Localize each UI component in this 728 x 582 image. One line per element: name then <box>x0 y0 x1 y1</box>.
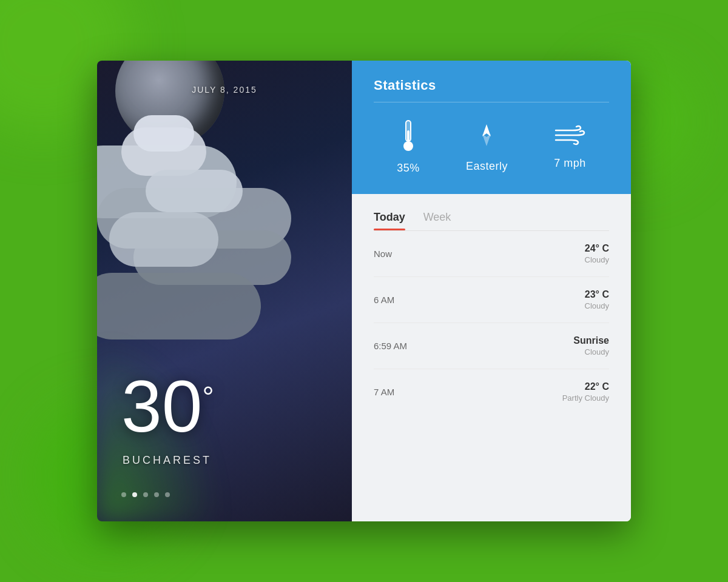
dot-4[interactable] <box>154 492 159 497</box>
wind-speed-stat: 7 mph <box>554 124 586 170</box>
tab-bar: Today Week <box>352 194 631 230</box>
svg-marker-4 <box>482 124 491 136</box>
temperature-display: 30° <box>121 370 214 443</box>
forecast-section: Today Week Now 24° C Cloudy 6 AM 23° <box>352 194 631 521</box>
stats-row: 35% Easterly <box>374 119 609 175</box>
forecast-list: Now 24° C Cloudy 6 AM 23° C Cloudy <box>352 231 631 415</box>
forecast-condition-6am: Cloudy <box>585 301 609 310</box>
forecast-right-6am: 23° C Cloudy <box>585 289 609 310</box>
forecast-right-7am: 22° C Partly Cloudy <box>562 381 609 403</box>
dot-3[interactable] <box>143 492 148 497</box>
forecast-row-sunrise: 6:59 AM Sunrise Cloudy <box>374 323 609 369</box>
forecast-condition-now: Cloudy <box>585 255 609 264</box>
left-panel: JULY 8, 2015 30° BUCHAREST <box>97 61 352 521</box>
cloud-puff <box>133 115 194 152</box>
wind-speed-value: 7 mph <box>554 157 586 170</box>
wind-direction-value: Easterly <box>466 160 508 173</box>
forecast-temp-sunrise: Sunrise <box>573 335 609 346</box>
cloud-inner-3 <box>109 212 218 267</box>
city-name: BUCHAREST <box>123 454 212 467</box>
thermometer-icon <box>397 119 419 153</box>
forecast-temp-7am: 22° C <box>562 381 609 392</box>
cloud-inner-2 <box>146 170 243 212</box>
forecast-row-now: Now 24° C Cloudy <box>374 231 609 277</box>
compass-icon <box>473 121 500 152</box>
dot-5[interactable] <box>165 492 170 497</box>
forecast-temp-now: 24° C <box>585 243 609 254</box>
forecast-condition-sunrise: Cloudy <box>573 347 609 356</box>
cloud-4 <box>97 273 261 340</box>
stats-divider <box>374 102 609 102</box>
forecast-time-sunrise: 6:59 AM <box>374 341 422 351</box>
forecast-condition-7am: Partly Cloudy <box>562 393 609 403</box>
tab-today[interactable]: Today <box>374 211 405 230</box>
wind-direction-stat: Easterly <box>466 121 508 173</box>
forecast-temp-6am: 23° C <box>585 289 609 300</box>
forecast-time-now: Now <box>374 249 422 259</box>
forecast-right-now: 24° C Cloudy <box>585 243 609 264</box>
forecast-row-6am: 6 AM 23° C Cloudy <box>374 277 609 323</box>
forecast-time-7am: 7 AM <box>374 387 422 397</box>
weather-card: JULY 8, 2015 30° BUCHAREST <box>97 61 631 521</box>
wind-icon <box>554 124 586 149</box>
tab-week[interactable]: Week <box>423 211 451 230</box>
humidity-stat: 35% <box>397 119 420 175</box>
dot-1[interactable] <box>121 492 126 497</box>
date-display: JULY 8, 2015 <box>192 85 257 95</box>
right-panel: Statistics <box>352 61 631 521</box>
pagination-dots <box>121 492 170 497</box>
dot-2[interactable] <box>132 492 137 497</box>
svg-point-3 <box>405 143 411 149</box>
statistics-section: Statistics <box>352 61 631 194</box>
svg-marker-5 <box>482 134 491 146</box>
forecast-right-sunrise: Sunrise Cloudy <box>573 335 609 356</box>
forecast-time-6am: 6 AM <box>374 295 422 305</box>
statistics-title: Statistics <box>374 78 609 93</box>
svg-rect-1 <box>407 130 410 141</box>
humidity-value: 35% <box>397 162 420 175</box>
forecast-row-7am: 7 AM 22° C Partly Cloudy <box>374 369 609 415</box>
